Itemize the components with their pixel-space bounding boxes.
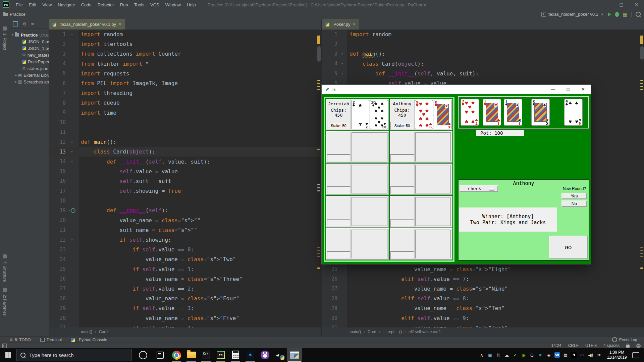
settings-gear-icon[interactable]: ⚙ [22, 21, 26, 26]
breadcrumb-item[interactable]: Card [99, 329, 108, 334]
defender-icon[interactable]: ◈ [545, 351, 552, 359]
sync-ok-icon[interactable]: ✔ [512, 351, 519, 359]
todo-toolwindow-button[interactable]: ≣ 6: TODO [9, 338, 31, 342]
code-line[interactable]: 2import itertools [49, 39, 321, 49]
vault-icon[interactable]: ▦ [562, 351, 569, 359]
menu-item-edit[interactable]: Edit [26, 2, 39, 7]
menu-item-refactor[interactable]: Refactor [95, 2, 117, 7]
fold-icon[interactable]: ▾ [71, 160, 73, 163]
menu-item-navigate[interactable]: Navigate [55, 2, 78, 7]
code-line[interactable]: 31 value_name = class="s">"Jack" [322, 323, 644, 327]
webroot-icon[interactable]: W [553, 351, 561, 359]
file-explorer-icon[interactable] [184, 348, 199, 362]
code-line[interactable]: 28 value_name = class="s">"Four" [49, 294, 321, 303]
code-line[interactable]: 23 if self.value == 0: [49, 245, 321, 254]
fold-icon[interactable]: ▾ [71, 238, 73, 242]
code-line[interactable]: 22▾ if self.showing: [49, 235, 321, 245]
tree-item-new-states-j[interactable]: ⚙new_states.j [9, 52, 49, 58]
code-line[interactable]: 27 value_name = class="s">"Nine" [322, 284, 644, 294]
code-line[interactable]: 25 if self.value == 1: [49, 264, 321, 274]
menu-item-view[interactable]: View [39, 2, 55, 7]
code-line[interactable]: 15 self.value = value [49, 167, 321, 176]
code-line[interactable]: 20 value_name = class="s">"" [49, 216, 321, 225]
menu-item-window[interactable]: Window [162, 2, 184, 7]
tree-item-practice[interactable]: ▾PracticeC:\Us [9, 32, 49, 38]
scrollbar-marker-strip[interactable] [317, 29, 321, 327]
search-everywhere-icon[interactable] [636, 12, 641, 17]
line-ending-indicator[interactable]: CRLF [568, 343, 579, 348]
no-button[interactable]: No [561, 200, 587, 207]
code-line[interactable]: 13▾ class Card(object): [49, 147, 321, 157]
tk-maximize-button[interactable]: □ [560, 85, 576, 94]
code-line[interactable]: 10 [49, 118, 321, 127]
tree-expand-icon[interactable]: ▸ [14, 80, 18, 83]
collapse-all-icon[interactable]: ≍ [31, 21, 35, 26]
code-line[interactable]: 7import threading [49, 88, 321, 98]
tk-minimize-button[interactable]: — [545, 85, 560, 94]
breadcrumb-item[interactable]: elif self.value == 1 [409, 329, 441, 334]
run-button[interactable] [608, 12, 611, 16]
code-line[interactable]: 4from tkinter import * [49, 59, 321, 69]
logitech-icon[interactable]: G [528, 351, 536, 359]
yes-button[interactable]: Yes [561, 193, 587, 199]
tree-item-json-0-py[interactable]: JSON_0.py [9, 38, 49, 45]
scrollbar-thumb[interactable] [640, 46, 644, 60]
breadcrumb-item[interactable]: Card [368, 329, 376, 334]
code-line[interactable]: 29 value_name = class="s">"Ten" [322, 303, 644, 313]
code-line[interactable]: 9import time [49, 108, 321, 118]
code-line[interactable]: 1import random [322, 29, 644, 39]
wifi-icon[interactable]: ≋ [595, 351, 603, 359]
code-area[interactable]: 1▾import random2import itertools3from co… [49, 29, 321, 327]
close-button[interactable]: ✕ [629, 0, 644, 9]
code-line[interactable]: 25 value_name = class="s">"Eight" [322, 264, 644, 274]
code-line[interactable]: 27 if self.value == 2: [49, 284, 321, 294]
command-prompt-icon[interactable]: C:\_ [199, 348, 213, 362]
tree-expand-icon[interactable]: ▸ [14, 73, 18, 77]
menu-item-file[interactable]: File [13, 2, 26, 7]
cortana-icon[interactable] [139, 351, 147, 359]
breadcrumb-item[interactable]: main() [81, 329, 92, 334]
code-line[interactable]: 17 self.showing = True [49, 186, 321, 196]
code-line[interactable]: 4▾ class Card(object): [322, 59, 644, 69]
remote-desktop-icon[interactable]: ▣ [486, 351, 494, 359]
maximize-button[interactable]: ▢ [614, 0, 629, 9]
hidden-icons-chevron-icon[interactable]: ∧ [478, 351, 485, 359]
minimize-button[interactable]: — [599, 0, 614, 9]
usb-device-icon[interactable]: ⇅ [495, 351, 502, 359]
debug-button[interactable] [615, 12, 619, 17]
project-view-icon[interactable] [13, 21, 18, 26]
sidebar-item-project[interactable]: 1: Project [0, 26, 9, 50]
breadcrumb-item[interactable]: __repr__() [383, 329, 402, 334]
code-line[interactable]: 24 value_name = class="s">"Two" [49, 254, 321, 264]
code-line[interactable]: 30 value_name = class="s">"Five" [49, 313, 321, 323]
action-center-icon[interactable] [632, 352, 639, 358]
close-tab-icon[interactable]: ✕ [353, 22, 356, 26]
tk-python-app-icon[interactable] [287, 348, 302, 362]
fold-icon[interactable]: ▾ [71, 140, 73, 144]
onedrive-icon[interactable]: ☁ [503, 351, 511, 359]
menu-item-help[interactable]: Help [184, 2, 199, 7]
code-line[interactable]: 18 [49, 196, 321, 205]
inspection-hector-icon[interactable] [636, 344, 641, 348]
scrollbar-thumb[interactable] [317, 46, 321, 62]
code-line[interactable]: 26 value_name = class="s">"Three" [49, 274, 321, 284]
tree-item-json-1-py[interactable]: JSON_1.py [9, 45, 49, 52]
tk-titlebar[interactable]: tk — □ ✕ [322, 85, 591, 94]
code-line[interactable]: 1▾import random [49, 29, 321, 39]
tree-item-states-json[interactable]: ⚙states.json [9, 65, 49, 72]
chrome-icon[interactable] [169, 348, 184, 362]
search-input[interactable]: Type here to search [16, 349, 131, 361]
task-view-icon[interactable] [157, 352, 164, 359]
close-tab-icon[interactable]: ✕ [118, 22, 121, 26]
indent-indicator[interactable]: 4 spaces [603, 343, 620, 348]
pycharm-icon[interactable]: PC [213, 348, 228, 362]
run-configuration-select[interactable]: texas_holdem_poker v0.1 ▼ [541, 12, 604, 17]
code-line[interactable]: 5import requests [49, 69, 321, 78]
menu-item-run[interactable]: Run [117, 2, 131, 7]
encoding-indicator[interactable]: UTF-8 [585, 343, 597, 348]
sidebar-item-structure[interactable]: 7: Structure [0, 254, 9, 282]
menu-item-code[interactable]: Code [78, 2, 95, 7]
sidebar-item-favorites[interactable]: 2: Favorites [0, 287, 9, 316]
readonly-lock-icon[interactable] [626, 345, 630, 348]
tree-item-scratches-and-c[interactable]: ▸▧Scratches and C [9, 78, 49, 85]
